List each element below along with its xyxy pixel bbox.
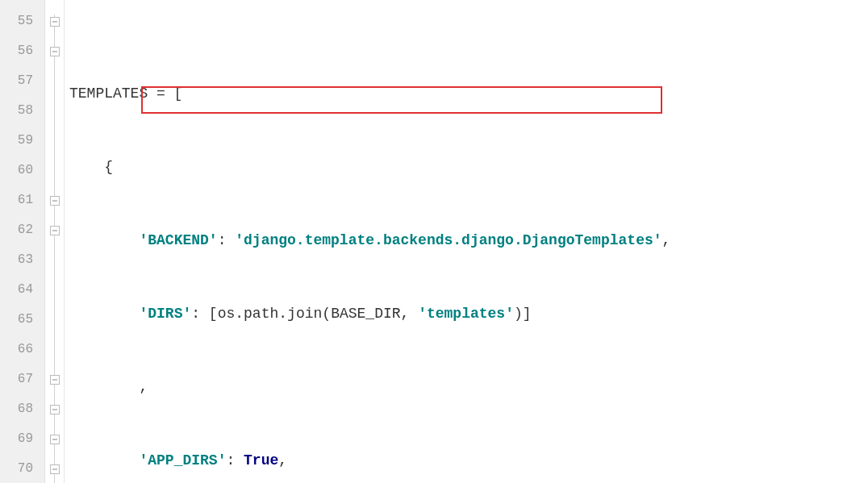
code-line[interactable]: 'APP_DIRS': True, — [69, 446, 868, 476]
indent — [69, 379, 139, 395]
line-number-gutter: 55 56 57 58 59 60 61 62 63 64 65 66 67 6… — [0, 0, 45, 483]
fold-collapse-icon[interactable] — [50, 17, 60, 27]
line-number: 58 — [0, 96, 44, 126]
code-line[interactable]: 'BACKEND': 'django.template.backends.dja… — [69, 226, 868, 256]
punct: : [ — [191, 306, 217, 322]
indent — [69, 306, 139, 322]
line-number: 68 — [0, 394, 44, 424]
line-number: 59 — [0, 126, 44, 156]
brace: { — [104, 159, 113, 175]
string: 'django.template.backends.django.DjangoT… — [235, 232, 661, 248]
fold-close-icon[interactable] — [50, 464, 60, 474]
fold-collapse-icon[interactable] — [50, 196, 60, 206]
dict-key: 'APP_DIRS' — [139, 452, 226, 468]
code-line[interactable]: , — [69, 373, 868, 402]
ident: os — [218, 306, 236, 322]
code-editor[interactable]: TEMPLATES = [ { 'BACKEND': 'django.templ… — [65, 0, 868, 483]
line-number: 56 — [0, 36, 44, 66]
indent — [69, 159, 104, 175]
ident: join — [287, 306, 322, 322]
line-number: 63 — [0, 245, 44, 275]
fold-column — [45, 0, 65, 483]
bool: True — [244, 452, 278, 468]
line-number: 66 — [0, 335, 44, 364]
line-number: 60 — [0, 156, 44, 185]
dict-key: 'DIRS' — [139, 306, 191, 322]
line-number: 70 — [0, 454, 44, 483]
fold-close-icon[interactable] — [50, 375, 60, 385]
fold-collapse-icon[interactable] — [50, 226, 60, 235]
indent — [69, 232, 139, 248]
code-line[interactable]: TEMPLATES = [ — [69, 79, 868, 109]
code-line[interactable]: { — [69, 152, 868, 182]
punct: , — [662, 232, 671, 248]
ident: path — [244, 306, 278, 322]
punct: , — [139, 379, 148, 395]
line-number: 62 — [0, 215, 44, 245]
fold-close-icon[interactable] — [50, 405, 60, 414]
punct: , — [278, 452, 287, 468]
line-number: 67 — [0, 364, 44, 394]
string: 'templates' — [418, 306, 514, 322]
line-number: 61 — [0, 185, 44, 215]
punct: : — [226, 452, 244, 468]
punct: = [ — [148, 85, 182, 102]
line-number: 69 — [0, 424, 44, 454]
dict-key: 'BACKEND' — [139, 232, 217, 248]
code-line[interactable]: 'DIRS': [os.path.join(BASE_DIR, 'templat… — [69, 299, 868, 329]
variable: TEMPLATES — [69, 85, 148, 102]
line-number: 55 — [0, 6, 44, 36]
line-number: 57 — [0, 66, 44, 96]
indent — [69, 452, 139, 468]
punct: : — [218, 232, 236, 248]
line-number: 65 — [0, 305, 44, 335]
line-number: 64 — [0, 275, 44, 305]
fold-close-icon[interactable] — [50, 435, 60, 444]
fold-collapse-icon[interactable] — [50, 47, 60, 56]
ident: BASE_DIR — [331, 306, 400, 322]
